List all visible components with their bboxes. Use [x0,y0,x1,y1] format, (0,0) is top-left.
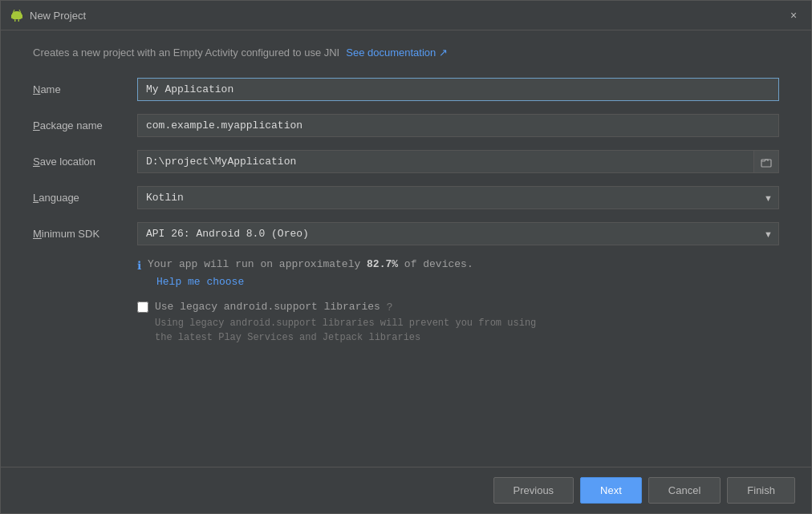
dialog-title: New Project [30,10,779,22]
new-project-dialog: New Project × Creates a new project with… [0,0,812,514]
browse-button[interactable] [754,150,779,173]
svg-rect-4 [14,19,16,22]
package-label: Package name [33,119,137,132]
save-location-field [137,150,779,173]
info-section: ℹ Your app will run on approximately 82.… [137,258,779,288]
svg-rect-2 [11,14,13,18]
sdk-select[interactable]: API 26: Android 8.0 (Oreo) API 21: Andro… [137,222,779,245]
language-label: Language [33,192,137,204]
legacy-checkbox-section: Use legacy android.support libraries ? U… [137,301,779,345]
finish-button[interactable]: Finish [727,477,795,504]
dialog-footer: Previous Next Cancel Finish [1,467,811,513]
previous-button[interactable]: Previous [493,477,574,504]
package-input[interactable] [137,114,779,137]
description-text: Creates a new project with an Empty Acti… [33,47,339,59]
save-location-label: Save location [33,156,137,168]
legacy-desc-line1: Using legacy android.support libraries w… [155,318,536,329]
save-location-row: Save location [33,150,779,173]
name-row: Name [33,78,779,101]
name-input[interactable] [137,78,779,101]
title-bar: New Project × [1,1,811,30]
svg-rect-3 [22,14,23,18]
legacy-checkbox-row: Use legacy android.support libraries ? [137,301,536,313]
close-button[interactable]: × [786,7,802,23]
sdk-select-wrapper: API 26: Android 8.0 (Oreo) API 21: Andro… [137,222,779,245]
sdk-row: Minimum SDK API 26: Android 8.0 (Oreo) A… [33,222,779,245]
legacy-label: Use legacy android.support libraries [155,301,380,313]
name-label: Name [33,83,137,95]
description-row: Creates a new project with an Empty Acti… [33,47,779,59]
legacy-checkbox-container: Use legacy android.support libraries ? U… [137,301,536,345]
language-select[interactable]: Kotlin Java [137,186,779,209]
legacy-checkbox[interactable] [137,302,148,313]
dialog-content: Creates a new project with an Empty Acti… [1,30,811,467]
language-select-wrapper: Kotlin Java ▼ [137,186,779,209]
info-text: Your app will run on approximately 82.7%… [148,258,473,270]
android-logo-icon [10,9,23,22]
legacy-desc-line2: the latest Play Services and Jetpack lib… [155,332,420,343]
info-icon: ℹ [137,259,141,272]
package-row: Package name [33,114,779,137]
help-link[interactable]: Help me choose [156,276,244,288]
legacy-description: Using legacy android.support libraries w… [155,316,536,345]
next-button[interactable]: Next [580,477,642,504]
tooltip-icon[interactable]: ? [387,301,392,313]
svg-rect-5 [18,19,20,22]
doc-link[interactable]: See documentation ↗ [346,47,448,59]
sdk-label: Minimum SDK [33,228,137,240]
cancel-button[interactable]: Cancel [648,477,721,504]
percentage-value: 82.7% [367,258,398,270]
language-row: Language Kotlin Java ▼ [33,186,779,209]
info-row: ℹ Your app will run on approximately 82.… [137,258,779,272]
save-location-input[interactable] [137,150,754,173]
svg-rect-8 [761,160,771,167]
